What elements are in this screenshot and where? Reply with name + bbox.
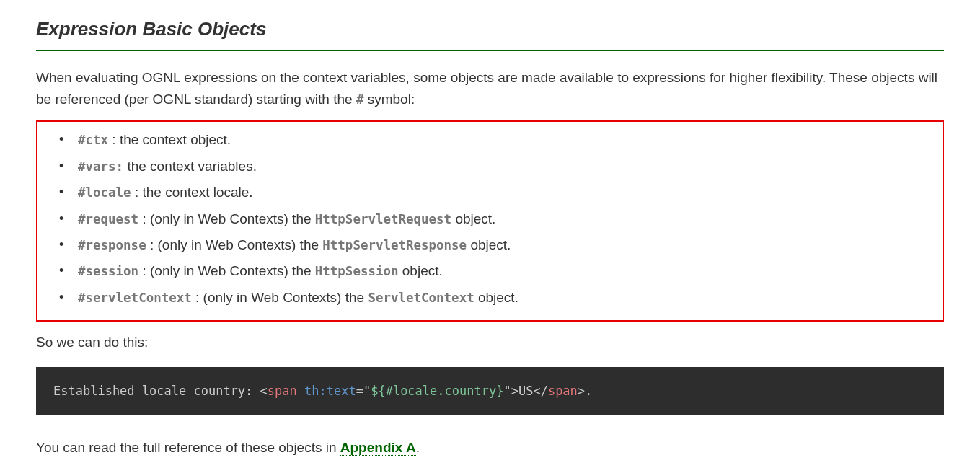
code-example: Established locale country: <span th:tex… (36, 367, 944, 415)
code-tag: span (548, 384, 578, 398)
code-punct: > (578, 384, 585, 398)
code-punct: < (260, 384, 268, 398)
code-attr: th:text (304, 384, 356, 398)
sep: : (131, 185, 143, 200)
list-item: #request : (only in Web Contexts) the Ht… (59, 208, 943, 230)
object-key: #vars: (78, 159, 123, 174)
code-punct: " (503, 384, 511, 398)
code-dot: . (585, 384, 592, 398)
object-pre: (only in Web Contexts) the (158, 237, 323, 252)
code-space (297, 384, 304, 398)
hash-symbol: # (356, 92, 364, 107)
list-item: #servletContext : (only in Web Contexts)… (59, 287, 943, 309)
code-punct: = (356, 384, 363, 398)
code-lead: Established locale country: (53, 384, 260, 398)
outro-text-1: You can read the full reference of these… (36, 440, 340, 455)
object-key: #ctx (78, 133, 108, 147)
object-key: #request (78, 212, 138, 226)
object-desc: object. (451, 211, 495, 226)
intro-paragraph: When evaluating OGNL expressions on the … (36, 67, 944, 111)
sep: : (108, 132, 120, 147)
list-item: #vars: the context variables. (59, 156, 943, 177)
outro-text-2: . (416, 440, 420, 455)
list-item: #ctx : the context object. (59, 129, 943, 151)
list-item: #response : (only in Web Contexts) the H… (59, 234, 943, 256)
sep: : (146, 237, 158, 252)
object-key: #locale (78, 185, 131, 200)
highlight-box: #ctx : the context object. #vars: the co… (36, 120, 944, 322)
outro-paragraph: You can read the full reference of these… (36, 437, 944, 459)
object-class: HttpServletRequest (315, 212, 451, 226)
object-key: #servletContext (78, 291, 192, 305)
object-class: HttpSession (315, 264, 399, 278)
list-item: #session : (only in Web Contexts) the Ht… (59, 260, 943, 282)
code-inner: US (518, 384, 533, 398)
list-item: #locale : the context locale. (59, 182, 943, 203)
object-desc: object. (474, 290, 518, 305)
sep: : (138, 263, 150, 278)
so-we-text: So we can do this: (36, 332, 944, 353)
sep: : (192, 290, 203, 305)
objects-list: #ctx : the context object. #vars: the co… (37, 129, 943, 309)
code-punct: </ (533, 384, 547, 398)
object-pre: (only in Web Contexts) the (150, 211, 315, 226)
code-punct: " (363, 384, 371, 398)
object-desc: the context locale. (142, 185, 252, 200)
object-desc: the context variables. (127, 159, 257, 174)
object-key: #response (78, 238, 146, 252)
appendix-link[interactable]: Appendix A (340, 440, 416, 456)
object-desc: the context object. (120, 132, 231, 147)
code-tag: span (268, 384, 297, 398)
intro-text-2: symbol: (363, 92, 415, 107)
section-title: Expression Basic Objects (36, 14, 944, 51)
code-value: ${#locale.country} (371, 384, 503, 398)
object-pre: (only in Web Contexts) the (203, 290, 368, 305)
object-desc: object. (467, 237, 511, 252)
object-desc: object. (399, 263, 443, 278)
object-class: ServletContext (368, 291, 474, 305)
object-class: HttpServletResponse (322, 238, 467, 252)
sep: : (138, 211, 150, 226)
object-pre: (only in Web Contexts) the (150, 263, 315, 278)
code-punct: > (511, 384, 518, 398)
object-key: #session (78, 264, 138, 278)
intro-text-1: When evaluating OGNL expressions on the … (36, 70, 937, 107)
